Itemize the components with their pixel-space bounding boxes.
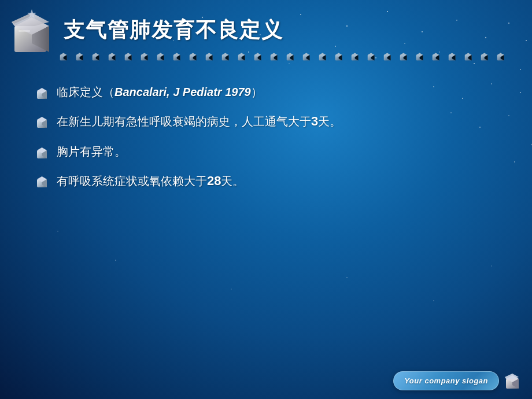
svg-rect-42 xyxy=(19,30,30,32)
deco-icon-22 xyxy=(414,51,426,64)
deco-icon-18 xyxy=(349,51,361,64)
deco-icon-12 xyxy=(252,51,264,64)
deco-icon-10 xyxy=(220,51,231,64)
bullet-text-4: 有呼吸系统症状或氧依赖大于28天。 xyxy=(57,172,244,190)
deco-icon-0 xyxy=(58,51,69,64)
bullet-item-4: 有呼吸系统症状或氧依赖大于28天。 xyxy=(35,172,503,190)
deco-icon-3 xyxy=(106,51,118,64)
deco-icon-20 xyxy=(382,51,393,64)
svg-point-32 xyxy=(115,260,116,261)
bullet-item-3: 胸片有异常。 xyxy=(35,143,503,160)
deco-icon-21 xyxy=(398,51,409,64)
bullet-text-3: 胸片有异常。 xyxy=(57,143,126,160)
deco-icon-8 xyxy=(187,51,199,64)
logo-icon xyxy=(6,6,58,55)
bullet-icon-2 xyxy=(35,114,50,129)
deco-icon-11 xyxy=(236,51,247,64)
deco-icon-4 xyxy=(123,51,134,64)
deco-icon-9 xyxy=(204,51,215,64)
header: 支气管肺发育不良定义 xyxy=(0,0,532,58)
deco-icon-7 xyxy=(171,51,183,64)
bullet-item-2: 在新生儿期有急性呼吸衰竭的病史，人工通气大于3天。 xyxy=(35,113,503,131)
deco-icon-23 xyxy=(430,51,442,64)
deco-icon-17 xyxy=(333,51,345,64)
bullet-icon-4 xyxy=(35,173,50,189)
deco-icon-13 xyxy=(268,51,280,64)
deco-icon-25 xyxy=(463,51,474,64)
footer-logo-icon xyxy=(503,371,523,390)
deco-icon-15 xyxy=(301,51,312,64)
svg-point-34 xyxy=(346,277,348,278)
slogan-box: Your company slogan xyxy=(393,371,499,390)
deco-icon-16 xyxy=(317,51,328,64)
svg-point-33 xyxy=(231,289,232,290)
bullet-text-2: 在新生儿期有急性呼吸衰竭的病史，人工通气大于3天。 xyxy=(57,113,341,131)
content-area: 临床定义（Bancalari, J Pediatr 1979） 在新生儿期有急性… xyxy=(0,66,532,215)
bullet-item-1: 临床定义（Bancalari, J Pediatr 1979） xyxy=(35,84,503,100)
svg-point-36 xyxy=(491,265,492,267)
deco-icon-19 xyxy=(365,51,377,64)
deco-icon-6 xyxy=(155,51,167,64)
svg-point-31 xyxy=(57,231,58,232)
deco-icon-2 xyxy=(90,51,102,64)
bullet-text-1: 临床定义（Bancalari, J Pediatr 1979） xyxy=(57,84,263,100)
bullet-icon-1 xyxy=(35,85,50,100)
deco-icon-24 xyxy=(446,51,458,64)
svg-point-35 xyxy=(433,300,434,301)
deco-icon-5 xyxy=(139,51,150,64)
bullet-icon-3 xyxy=(35,145,50,160)
deco-icon-1 xyxy=(74,51,86,64)
slogan-text: Your company slogan xyxy=(404,376,488,385)
deco-icon-14 xyxy=(285,51,296,64)
footer: Your company slogan xyxy=(393,371,523,390)
page-title: 支气管肺发育不良定义 xyxy=(64,16,283,45)
deco-icon-26 xyxy=(479,51,490,64)
deco-icon-27 xyxy=(495,51,507,64)
